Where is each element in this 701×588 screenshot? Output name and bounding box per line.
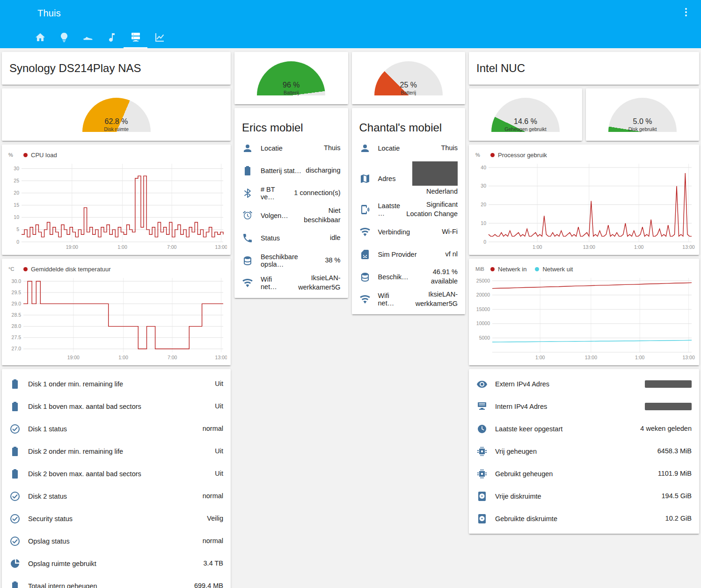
erics-batterij-gauge-card[interactable]: 96 % Batterij: [234, 52, 348, 104]
entity-row[interactable]: Batterij stat… discharging: [234, 160, 348, 182]
entity-row[interactable]: Volgen… Niet beschikbaar: [234, 204, 348, 227]
entity-row[interactable]: Security status Veilig: [2, 508, 231, 530]
disk-gebruikt-gauge-card[interactable]: 5.0 % Disk gebruikt: [586, 88, 699, 141]
entity-value: 1 connection(s): [294, 189, 340, 198]
entity-name: Verbinding: [378, 228, 442, 236]
entity-row[interactable]: Extern IPv4 Adres: [469, 373, 699, 395]
entity-row[interactable]: Wifi net… IksieLAN-werkkamer5G: [234, 272, 348, 294]
nuc-title-text: Intel NUC: [476, 62, 525, 75]
legend-processor: Processor gebruik: [490, 152, 547, 159]
tab-server-active[interactable]: [124, 26, 147, 48]
entity-name: Security status: [28, 515, 207, 523]
entity-value: Thuis: [441, 144, 458, 153]
svg-text:19:00: 19:00: [67, 355, 80, 360]
card-title: Erics mobiel: [234, 112, 348, 137]
entity-row[interactable]: Locatie Thuis: [234, 137, 348, 160]
entity-value: vf nl: [445, 250, 458, 259]
entity-name: Laatste keer opgestart: [495, 425, 640, 433]
svg-text:0: 0: [16, 239, 19, 245]
entity-name: Vrije diskruimte: [495, 493, 662, 500]
entity-row[interactable]: Laatste … Significant Location Change: [352, 198, 466, 221]
tab-home[interactable]: [28, 26, 52, 48]
legend-cpu-load: CPU load: [23, 152, 57, 159]
entity-row[interactable]: Vrije diskruimte 194.5 GiB: [469, 485, 699, 508]
column-nuc: Intel NUC 14.6 % Geheugen gebruikt 5.0 %: [469, 52, 699, 534]
tab-chart[interactable]: [147, 26, 171, 48]
tab-lightbulb[interactable]: [52, 26, 76, 48]
svg-text:19:00: 19:00: [66, 244, 78, 250]
y-axis-unit: %: [475, 152, 490, 158]
battery-icon: [9, 581, 21, 588]
entity-row[interactable]: Adres Nederland: [352, 160, 466, 198]
svg-text:1:00: 1:00: [118, 355, 128, 360]
entity-row[interactable]: Wifi net… IksieLAN-werkkamer5G: [352, 288, 466, 311]
geheugen-gauge-card[interactable]: 14.6 % Geheugen gebruikt: [469, 88, 582, 141]
entity-row[interactable]: Verbinding Wi-Fi: [352, 221, 466, 243]
processor-gebruik-chart: 0102030401:0013:001:0013:00: [473, 160, 695, 251]
chantals-mobiel-card: Chantal's mobiel Locatie Thuis Adres: [352, 108, 466, 314]
entity-value: Uit: [215, 379, 223, 389]
entity-row[interactable]: Gebruikt geheugen 1101.9 MiB: [469, 463, 699, 485]
tab-music[interactable]: [100, 26, 124, 48]
overflow-menu-button[interactable]: [680, 7, 693, 19]
tab-shoe[interactable]: [76, 26, 100, 48]
entity-value: 46.91 % available: [412, 268, 458, 286]
view-tabs: [0, 26, 701, 48]
entity-row[interactable]: Disk 1 onder min. remaining life Uit: [2, 373, 231, 395]
chantals-batterij-gauge-card[interactable]: 25 % Batterij: [352, 52, 466, 104]
series-dot: [490, 153, 495, 157]
entity-value: Significant Location Change: [404, 200, 458, 218]
account-icon: [242, 143, 253, 154]
entity-name: Disk 1 status: [28, 425, 203, 433]
entity-value: 194.5 GiB: [662, 492, 692, 501]
entity-row[interactable]: Opslag status normal: [2, 530, 231, 552]
entity-row[interactable]: # BT ve… 1 connection(s): [234, 182, 348, 204]
entity-row[interactable]: Locatie Thuis: [352, 137, 466, 160]
entity-row[interactable]: Vrij geheugen 6458.3 MiB: [469, 440, 699, 463]
svg-text:15: 15: [14, 202, 19, 208]
redacted-value: [412, 161, 458, 186]
entity-row[interactable]: Sim Provider vf nl: [352, 243, 466, 266]
legend-netwerk-uit: Netwerk uit: [535, 266, 573, 273]
entity-name: Disk 2 onder min. remaining life: [28, 448, 215, 455]
gauge-label: Batterij: [257, 90, 325, 95]
svg-text:27.0: 27.0: [12, 346, 22, 351]
check-circle-icon: [9, 491, 21, 502]
legend-disk-temperature: Gemiddelde disk temperatuur: [23, 266, 111, 273]
cpu-load-card: % CPU load 05101520253019:001:007:0013:0…: [2, 145, 231, 255]
entity-row[interactable]: Status idle: [234, 227, 348, 249]
entity-row[interactable]: Beschikbare opsla… 38 %: [234, 249, 348, 272]
entity-name: Wifi net…: [378, 292, 398, 307]
svg-text:0: 0: [483, 239, 486, 245]
svg-text:30: 30: [14, 166, 19, 171]
entity-row[interactable]: Intern IPv4 Adres: [469, 395, 699, 418]
entity-row[interactable]: Beschik… 46.91 % available: [352, 266, 466, 288]
battery-icon: [9, 446, 21, 457]
svg-text:29.5: 29.5: [12, 290, 22, 295]
entity-row[interactable]: Totaal intern geheugen 699.4 MB: [2, 575, 231, 588]
legend-netwerk-in: Netwerk in: [490, 266, 526, 273]
gauge-label: Disk ruimte: [82, 126, 151, 132]
entity-row[interactable]: Disk 2 boven max. aantal bad sectors Uit: [2, 463, 231, 485]
entity-row[interactable]: Disk 2 onder min. remaining life Uit: [2, 440, 231, 463]
entity-row[interactable]: Disk 1 boven max. aantal bad sectors Uit: [2, 395, 231, 418]
entity-value: IksieLAN-werkkamer5G: [398, 290, 458, 308]
entity-row[interactable]: Gebruikte diskruimte 10.2 GiB: [469, 508, 699, 530]
entity-name: Beschik…: [378, 273, 412, 281]
entity-row[interactable]: Disk 1 status normal: [2, 418, 231, 440]
entity-name: Batterij stat…: [261, 167, 306, 174]
wifi-icon: [359, 226, 371, 238]
column-nas: Synology DS214Play NAS 62.8 % Disk ruimt…: [2, 52, 231, 588]
nuc-gauges: 14.6 % Geheugen gebruikt 5.0 % Disk gebr…: [469, 88, 699, 141]
entity-row[interactable]: Laatste keer opgestart 4 weken geleden: [469, 418, 699, 440]
entity-row[interactable]: Disk 2 status normal: [2, 485, 231, 508]
entity-row[interactable]: Opslag ruimte gebruikt 3.4 TB: [2, 552, 231, 575]
series-dot: [535, 267, 539, 271]
gauge-value: 14.6 %: [491, 117, 560, 126]
disk-ruimte-gauge-card[interactable]: 62.8 % Disk ruimte: [2, 88, 231, 141]
entity-value: 38 %: [325, 256, 340, 265]
entity-name: Locatie: [261, 145, 324, 152]
svg-text:15000: 15000: [476, 306, 490, 312]
svg-text:28.0: 28.0: [12, 323, 22, 329]
entity-name: Intern IPv4 Adres: [495, 403, 645, 410]
